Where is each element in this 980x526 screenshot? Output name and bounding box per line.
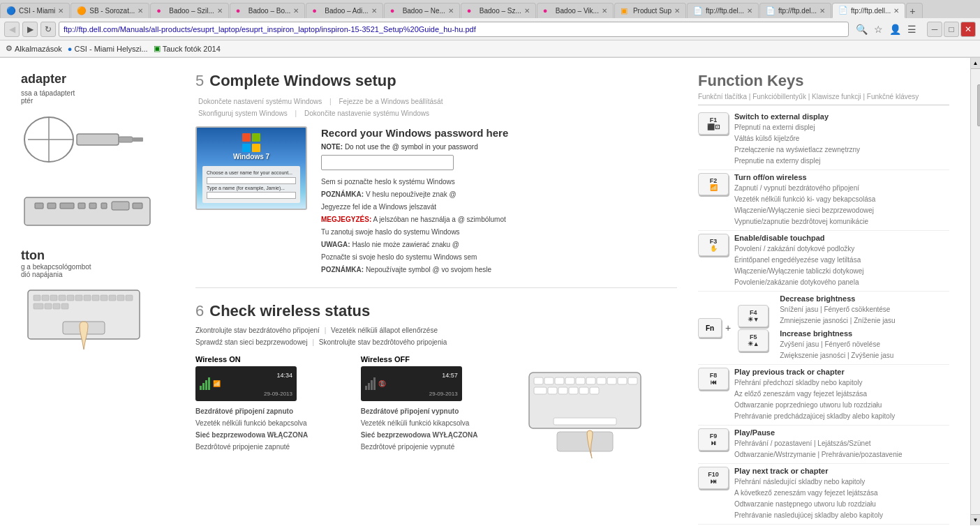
svg-rect-37 [565, 377, 574, 384]
tab-close-csi[interactable]: ✕ [58, 7, 64, 15]
wireless-on-label: Wireless ON [195, 355, 347, 363]
password-note: NOTE: Do not use the @ symbol in your pa… [321, 143, 677, 151]
svg-rect-18 [50, 295, 57, 301]
svg-rect-26 [117, 295, 124, 301]
fk-key-f10: F10 ⏭ [698, 467, 729, 489]
fk-desc-f3: Enable/disable touchpad Povolení / zakáz… [734, 234, 949, 288]
tab-close-ftp2[interactable]: ✕ [819, 7, 825, 15]
svg-rect-23 [92, 295, 99, 301]
fk-key-f1: F1 ⬛⊡ [698, 112, 729, 135]
fk-row-f3: F3 ✋ Enable/disable touchpad Povolení / … [698, 231, 949, 292]
maximize-button[interactable]: □ [944, 22, 959, 37]
forward-button[interactable]: ▶ [22, 22, 38, 37]
tab-ftp2[interactable]: 📄 ftp://ftp.del... ✕ [759, 3, 831, 18]
wireless-off-screen: 📵 14:57 29-09-2013 [361, 366, 462, 401]
bookmark-tauck[interactable]: ▣ Tauck fotók 2014 [154, 44, 221, 53]
tab-close-b3[interactable]: ✕ [371, 7, 377, 15]
fn-key-group: Fn + [698, 318, 732, 338]
adapter-svg [21, 112, 161, 167]
tab-close-b1[interactable]: ✕ [217, 7, 223, 15]
function-keys-title: Function Keys [698, 72, 949, 90]
bookmark-star-icon[interactable]: ☆ [871, 22, 885, 36]
svg-rect-8 [47, 203, 56, 209]
svg-rect-7 [35, 203, 43, 209]
password-title: Record your Windows password here [321, 126, 677, 140]
wireless-off-label: Wireless OFF [361, 355, 512, 363]
password-input-field[interactable] [321, 155, 454, 170]
tab-favicon-b6: ● [543, 6, 553, 16]
scrollbar-down-button[interactable]: ▼ [971, 514, 981, 525]
fk-row-f9: F9 ⏯ Play/Pause Přehrávání / pozastavení… [698, 426, 949, 464]
svg-rect-27 [126, 295, 133, 301]
svg-rect-49 [590, 387, 599, 394]
tab-label-b6: Badoo – Vik... [556, 7, 599, 15]
tab-ftp1[interactable]: 📄 ftp://ftp.del... ✕ [687, 3, 759, 18]
right-column: Function Keys Funkční tlačítka | Funkció… [698, 72, 949, 511]
user-icon[interactable]: 👤 [888, 22, 902, 36]
tab-badoo3[interactable]: ● Badoo – Adi... ✕ [306, 3, 383, 18]
search-icon[interactable]: 🔍 [854, 22, 868, 36]
tab-close-b5[interactable]: ✕ [524, 7, 530, 15]
tab-favicon-b1: ● [156, 6, 166, 16]
tab-badoo4[interactable]: ● Badoo – Ne... ✕ [384, 3, 460, 18]
tab-close-ps[interactable]: ✕ [674, 7, 680, 15]
button-title: tton [21, 248, 175, 263]
tab-close-b4[interactable]: ✕ [448, 7, 454, 15]
button-label: tton g a bekapcsológombot dió napájania [21, 248, 175, 278]
fk-key-f5: F5 ☀▲ [738, 329, 769, 352]
scrollbar-up-button[interactable]: ▲ [971, 58, 981, 69]
tab-label-ftp1: ftp://ftp.del... [706, 7, 744, 15]
tab-badoo2[interactable]: ● Badoo – Bo... ✕ [230, 3, 306, 18]
tab-close-ftp3[interactable]: ✕ [893, 7, 899, 15]
tab-badoo1[interactable]: ● Badoo – Szil... ✕ [150, 3, 228, 18]
tab-label-b2: Badoo – Bo... [248, 7, 291, 15]
refresh-button[interactable]: ↻ [40, 22, 56, 37]
bookmark-csi[interactable]: ● CSI - Miami Helyszi... [68, 45, 148, 53]
tab-ftp3[interactable]: 📄 ftp://ftp.dell... ✕ [832, 3, 905, 18]
tab-label-b5: Badoo – Sz... [480, 7, 521, 15]
tab-productsup[interactable]: ▣ Product Sup ✕ [614, 3, 686, 18]
svg-rect-35 [544, 377, 554, 384]
fk-row-f4-f5: Fn + F4 ☀▼ F5 ☀▲ Decrease brightness [698, 292, 949, 365]
tab-sb[interactable]: 🟠 SB - Sorozat... ✕ [70, 3, 149, 18]
menu-icon[interactable]: ☰ [905, 22, 919, 36]
browser-chrome: 🔵 CSI - Miami ✕ 🟠 SB - Sorozat... ✕ ● Ba… [0, 0, 980, 58]
tab-label-sb: SB - Sorozat... [89, 7, 135, 15]
finger-svg [21, 287, 161, 356]
svg-rect-38 [576, 377, 585, 384]
tab-close-b2[interactable]: ✕ [293, 7, 299, 15]
scrollbar-thumb[interactable] [977, 84, 981, 126]
svg-rect-30 [53, 303, 60, 309]
new-tab-button[interactable]: + [906, 3, 923, 18]
section6-header: 6 Check wireless status [195, 302, 677, 320]
tab-badoo5[interactable]: ● Badoo – Sz... ✕ [461, 3, 536, 18]
tab-label-ftp2: ftp://ftp.del... [778, 7, 817, 15]
address-text: ftp://ftp.dell.com/Manuals/all-products/… [64, 25, 844, 33]
fk-desc-f1: Switch to external display Přepnutí na e… [734, 112, 949, 167]
minimize-button[interactable]: ─ [927, 22, 942, 37]
tab-close-sb[interactable]: ✕ [138, 7, 143, 15]
scrollbar[interactable]: ▲ ▼ [970, 58, 980, 525]
tab-badoo6[interactable]: ● Badoo – Vik... ✕ [537, 3, 614, 18]
button-text1: g a bekapcsológombot [21, 263, 175, 271]
keyboard-svg [526, 369, 651, 460]
svg-rect-48 [579, 387, 588, 394]
wireless-section: Wireless ON 📶 14:34 29-09-2013 [195, 355, 677, 460]
fk-row-f2: F2 📶 Turn off/on wireless Zapnutí / vypn… [698, 170, 949, 231]
center-column: 5 Complete Windows setup Dokončete nasta… [195, 72, 677, 511]
svg-rect-12 [101, 203, 107, 209]
close-button[interactable]: ✕ [960, 22, 976, 37]
password-section: Record your Windows password here NOTE: … [321, 126, 677, 276]
tab-csi[interactable]: 🔵 CSI - Miami ✕ [0, 3, 70, 18]
fk-divider [698, 105, 949, 105]
address-bar[interactable]: ftp://ftp.dell.com/Manuals/all-products/… [59, 22, 849, 37]
tab-close-ftp1[interactable]: ✕ [747, 7, 752, 15]
bookmark-alkalmazasok[interactable]: ⚙ Alkalmazások [6, 44, 62, 53]
tab-close-b6[interactable]: ✕ [602, 7, 607, 15]
svg-rect-31 [61, 303, 68, 309]
svg-rect-6 [24, 197, 150, 225]
svg-rect-29 [45, 303, 52, 309]
fk-desc-f8: Play previous track or chapter Přehrání … [734, 368, 949, 422]
back-button[interactable]: ◀ [4, 22, 20, 37]
svg-rect-4 [119, 137, 133, 142]
